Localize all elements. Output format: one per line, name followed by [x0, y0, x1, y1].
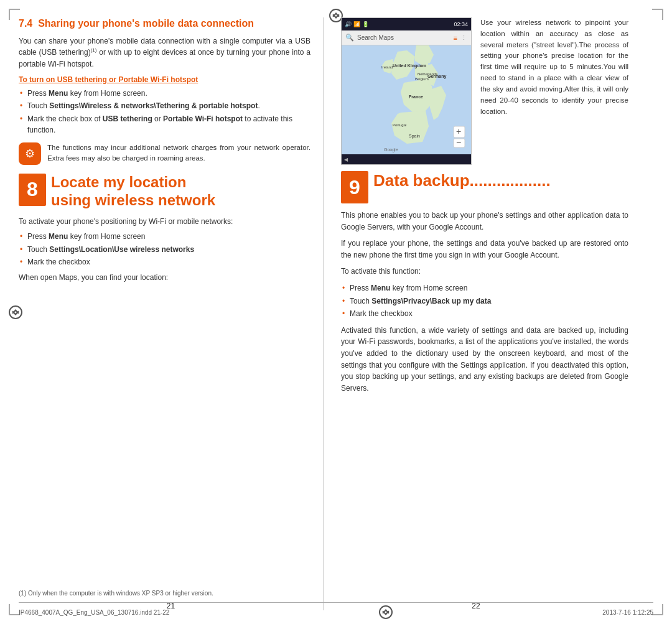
- section-74: 7.4 Sharing your phone's mobile data con…: [19, 17, 310, 165]
- bullet-item: Press Menu key from Home screen: [341, 282, 628, 294]
- footer-right: 2013-7-16 1:12:25: [602, 609, 653, 616]
- section-74-title: 7.4 Sharing your phone's mobile data con…: [19, 17, 310, 30]
- map-frame: 🔊 📶 🔋 02:34 🔍 Search Maps ≡ ⋮: [341, 17, 472, 165]
- map-back-icon: ◀: [344, 157, 348, 162]
- svg-text:+: +: [456, 126, 461, 136]
- section-8-intro: To activate your phone's positioning by …: [19, 216, 310, 228]
- section-9-title: Data backup..................: [373, 171, 551, 190]
- right-page: 🔊 📶 🔋 02:34 🔍 Search Maps ≡ ⋮: [324, 17, 628, 610]
- section-9-para2: If you replace your phone, the settings …: [341, 238, 628, 261]
- left-page: 7.4 Sharing your phone's mobile data con…: [19, 17, 324, 610]
- warning-text: The functions may incur additional netwo…: [47, 142, 310, 164]
- section-8-title-line1: Locate my location: [51, 174, 215, 192]
- svg-text:Belgium: Belgium: [415, 77, 429, 81]
- bullet-item: Mark the checkbox: [19, 256, 310, 268]
- footnote: (1) Only when the computer is with windo…: [19, 590, 310, 597]
- bullet-item: Touch Settings\Wireless & networks\Tethe…: [19, 100, 310, 112]
- section-8-number: 8: [19, 174, 46, 206]
- map-menu-icon: ≡: [454, 34, 457, 42]
- bullet-item: Press Menu key from Home screen: [19, 231, 310, 243]
- map-status-bar: 🔊 📶 🔋 02:34: [342, 18, 471, 30]
- section-8-title: Locate my location using wireless networ…: [51, 174, 215, 210]
- footer: IP4668_4007A_QG_Eng_USA_06_130716.indd 2…: [19, 602, 653, 619]
- section-9: 9 Data backup.................. This pho…: [341, 171, 628, 394]
- section-8-header: 8 Locate my location using wireless netw…: [19, 174, 310, 210]
- section-9-para3: To activate this function:: [341, 266, 628, 277]
- section-8-outro: When open Maps, you can find your locati…: [19, 272, 310, 284]
- map-more-icon: ⋮: [460, 34, 467, 42]
- corner-mark-tr: [652, 9, 663, 20]
- svg-text:Spain: Spain: [409, 134, 420, 139]
- map-status-icons: 🔊 📶 🔋: [345, 21, 369, 27]
- svg-text:United Kingdom: United Kingdom: [393, 63, 426, 68]
- section-8: 8 Locate my location using wireless netw…: [19, 174, 310, 284]
- map-status-icon-2: 📶: [353, 21, 360, 27]
- bullet-item: Press Menu key from Home screen.: [19, 88, 310, 100]
- subsection-title-usb: To turn on USB tethering or Portable Wi-…: [19, 75, 310, 84]
- page-container: 7.4 Sharing your phone's mobile data con…: [0, 0, 672, 624]
- bullet-item: Touch Settings\Privacy\Back up my data: [341, 296, 628, 307]
- section-74-number: 7.4: [19, 18, 32, 29]
- section-8-body-right: Use your wireless network to pinpoint yo…: [480, 17, 628, 165]
- bullet-item: Mark the check box of USB tethering or P…: [19, 113, 310, 136]
- section-9-para4: Activated this function, a wide variety …: [341, 325, 628, 394]
- svg-text:France: France: [409, 95, 423, 99]
- map-status-icon-3: 🔋: [362, 21, 369, 27]
- compass-icon-bottom: [379, 605, 393, 619]
- footnote-area: (1) Only when the computer is with windo…: [19, 585, 310, 597]
- bullet-item: Mark the checkbox: [341, 308, 628, 320]
- map-status-icon-1: 🔊: [345, 21, 352, 27]
- section-74-heading: Sharing your phone's mobile data connect…: [38, 18, 254, 29]
- right-page-top-section: 🔊 📶 🔋 02:34 🔍 Search Maps ≡ ⋮: [341, 17, 628, 165]
- map-time: 02:34: [454, 21, 468, 27]
- corner-mark-br: [652, 604, 663, 615]
- compass-bottom-center: [379, 605, 393, 619]
- bullet-item: Touch Settings\Location\Use wireless net…: [19, 244, 310, 256]
- section-74-body: You can share your phone's mobile data c…: [19, 35, 310, 70]
- map-svg: United Kingdom Ireland Netherlands Belgi…: [342, 45, 471, 154]
- footer-left: IP4668_4007A_QG_Eng_USA_06_130716.indd 2…: [19, 609, 169, 616]
- section-9-number: 9: [341, 171, 368, 203]
- section-9-header: 9 Data backup..................: [341, 171, 628, 203]
- warning-box: ⚙ The functions may incur additional net…: [19, 142, 310, 165]
- svg-text:Google: Google: [384, 147, 398, 152]
- svg-text:Ireland: Ireland: [381, 65, 393, 69]
- section-8-title-line2: using wireless network: [51, 192, 215, 210]
- search-icon: 🔍: [345, 34, 354, 42]
- map-bottom-bar: ◀: [342, 154, 471, 164]
- map-search-bar: 🔍 Search Maps ≡ ⋮: [342, 30, 471, 45]
- svg-text:Portugal: Portugal: [393, 123, 406, 127]
- map-search-text: Search Maps: [357, 34, 450, 41]
- svg-text:−: −: [456, 137, 461, 147]
- map-body: United Kingdom Ireland Netherlands Belgi…: [342, 45, 471, 154]
- section-9-para1: This phone enables you to back up your p…: [341, 210, 628, 233]
- warning-icon: ⚙: [19, 142, 41, 165]
- svg-text:Germany: Germany: [427, 74, 446, 79]
